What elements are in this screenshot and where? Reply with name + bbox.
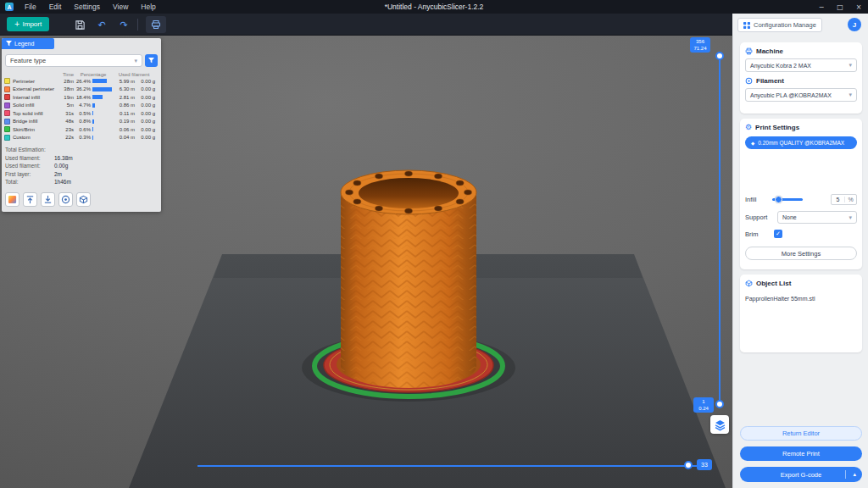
infill-slider-knob[interactable]: [775, 196, 782, 203]
feature-label: Solid infill: [13, 103, 60, 108]
feature-filament-g: 0.00 g: [135, 119, 155, 124]
menu-view[interactable]: View: [113, 3, 128, 11]
layer-slider-track[interactable]: [719, 56, 721, 405]
percentage-bar: [92, 87, 113, 92]
printer-device-icon: [151, 19, 161, 30]
filament-section-title: Filament: [745, 77, 857, 85]
feature-filament-m: 2.81 m: [113, 95, 135, 100]
infill-label: Infill: [745, 196, 772, 203]
feature-color-swatch: [4, 126, 10, 132]
filament-icon: [745, 77, 753, 85]
redo-button[interactable]: ↷: [115, 16, 132, 33]
feature-percentage: 26.4%: [74, 79, 91, 84]
legend-panel: Legend Feature type ▾ Time Percentage Us…: [2, 38, 161, 212]
feature-percentage: 4.7%: [74, 103, 91, 108]
funnel-icon: [148, 58, 154, 64]
print-preset-pill[interactable]: ◆ 0.20mm QUALITY @KOBRA2MAX: [745, 136, 857, 149]
legend-filter-button[interactable]: [145, 54, 158, 67]
save-button[interactable]: [71, 16, 88, 33]
layer-slider-bottom-handle[interactable]: [715, 400, 724, 408]
support-select[interactable]: None ▾: [777, 211, 857, 224]
move-slider-track[interactable]: [198, 465, 699, 467]
legend-row[interactable]: Top solid infill 31s 0.5% 0.11 m 0.00 g: [2, 109, 161, 118]
feature-label: Perimeter: [13, 79, 60, 84]
brim-checkbox[interactable]: ✓: [774, 230, 782, 238]
viewport-3d[interactable]: Legend Feature type ▾ Time Percentage Us…: [0, 36, 732, 488]
menu-help[interactable]: Help: [141, 3, 155, 11]
remote-print-button[interactable]: Remote Print: [740, 446, 862, 461]
legend-row[interactable]: Solid infill 5m 4.7% 0.86 m 0.00 g: [2, 102, 161, 110]
move-slider-badge: 33: [697, 459, 712, 470]
feature-filament-m: 5.99 m: [113, 79, 135, 84]
legend-row[interactable]: Internal infill 19m 18.4% 2.81 m 0.00 g: [2, 93, 161, 102]
infill-row: Infill 5 %: [745, 194, 857, 205]
configuration-manage-button[interactable]: Configuration Manage: [737, 18, 822, 32]
close-icon[interactable]: ×: [849, 0, 868, 14]
top-layer-button[interactable]: [23, 192, 37, 207]
legend-row[interactable]: External perimeter 38m 36.2% 6.30 m 0.00…: [2, 86, 161, 94]
feature-type-dropdown[interactable]: Feature type ▾: [5, 54, 142, 67]
percentage-bar: [92, 79, 113, 83]
feature-filament-g: 0.00 g: [135, 135, 155, 140]
menu-edit[interactable]: Edit: [49, 3, 62, 11]
legend-row[interactable]: Bridge infill 48s 0.8% 0.19 m 0.00 g: [2, 118, 161, 126]
more-settings-button[interactable]: More Settings: [745, 247, 857, 260]
total-line: Total:1h46m: [5, 179, 158, 185]
legend-tab[interactable]: Legend: [2, 38, 54, 49]
menu-file[interactable]: File: [25, 3, 36, 11]
toolbar-right: Configuration Manage J: [732, 14, 868, 36]
minimize-icon[interactable]: −: [812, 0, 831, 14]
return-editor-button[interactable]: Return Editor: [740, 426, 862, 441]
feature-filament-m: 0.11 m: [113, 111, 135, 116]
percentage-bar: [92, 136, 113, 140]
toolbar: + Import ↶ ↷: [0, 14, 732, 36]
undo-button[interactable]: ↶: [93, 16, 110, 33]
filament-spool-icon: [61, 195, 70, 204]
bottom-layer-button[interactable]: [41, 192, 55, 207]
brim-row: Brim ✓: [745, 230, 857, 238]
feature-color-swatch: [4, 135, 10, 141]
layers-view-button[interactable]: [710, 415, 729, 434]
maximize-icon[interactable]: □: [831, 0, 849, 14]
feature-time: 31s: [60, 111, 74, 116]
feature-filament-m: 0.86 m: [113, 103, 135, 108]
undo-icon: ↶: [97, 20, 105, 30]
feature-color-swatch: [4, 103, 10, 108]
machine-select[interactable]: Anycubic Kobra 2 MAX ▾: [745, 58, 857, 72]
feature-color-swatch: [4, 86, 10, 92]
user-avatar[interactable]: J: [848, 18, 861, 31]
infill-slider[interactable]: [772, 198, 803, 201]
object-list-item[interactable]: PapprollenHalter 55mm.stl: [745, 296, 857, 302]
feature-label: Skirt/Brim: [13, 127, 60, 132]
feature-label: Bridge infill: [13, 119, 60, 124]
import-button[interactable]: + Import: [7, 17, 49, 31]
window-controls: − □ ×: [812, 0, 868, 14]
color-scheme-button[interactable]: [5, 192, 19, 207]
percentage-bar: [92, 127, 113, 131]
feature-label: External perimeter: [13, 86, 60, 92]
layer-slider-top-handle[interactable]: [715, 52, 724, 60]
preset-tag-icon: ◆: [751, 141, 754, 146]
chevron-up-icon[interactable]: ▴: [853, 471, 856, 478]
feature-filament-g: 0.00 g: [135, 79, 155, 84]
feature-filament-g: 0.00 g: [135, 95, 155, 100]
feature-percentage: 0.5%: [74, 111, 91, 116]
move-slider-handle[interactable]: [684, 461, 693, 469]
feature-filament-m: 0.04 m: [113, 135, 135, 140]
filament-view-button[interactable]: [58, 192, 73, 207]
support-row: Support None ▾: [745, 211, 857, 224]
feature-filament-g: 0.00 g: [135, 103, 155, 108]
travel-view-button[interactable]: [76, 192, 91, 207]
infill-value-box[interactable]: 5 %: [831, 194, 857, 205]
feature-time: 23s: [60, 127, 74, 132]
percentage-bar: [92, 95, 113, 99]
device-button[interactable]: [146, 16, 166, 33]
layers-icon: [714, 419, 726, 431]
filament-select[interactable]: Anycubic PLA @KOBRA2MAX ▾: [745, 88, 857, 102]
menu-settings[interactable]: Settings: [74, 3, 100, 11]
legend-row[interactable]: Perimeter 28m 26.4% 5.99 m 0.00 g: [2, 77, 161, 86]
export-gcode-button[interactable]: Export G-code ▴: [740, 467, 862, 482]
feature-percentage: 0.8%: [74, 119, 91, 124]
legend-row[interactable]: Custom 22s 0.3% 0.04 m 0.00 g: [2, 134, 161, 142]
legend-row[interactable]: Skirt/Brim 23s 0.6% 0.06 m 0.00 g: [2, 125, 161, 134]
